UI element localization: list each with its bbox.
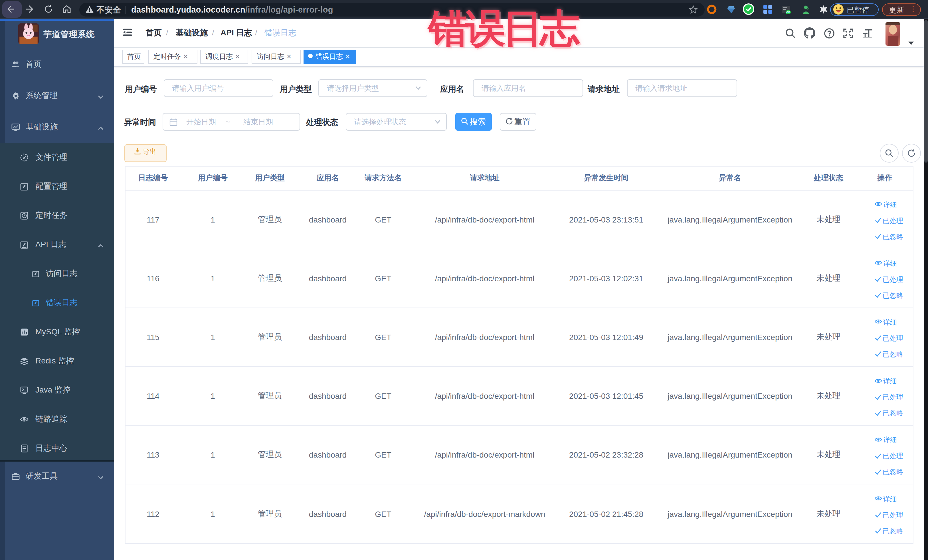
svg-text:on: on (786, 10, 790, 14)
